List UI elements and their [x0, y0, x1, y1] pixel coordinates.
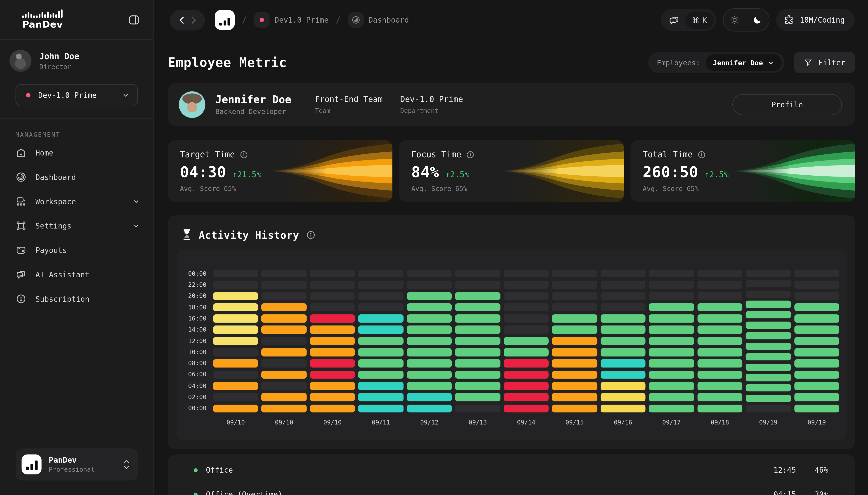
heatmap-cell[interactable] — [358, 290, 404, 302]
heatmap-cell[interactable] — [213, 290, 258, 302]
heatmap-cell[interactable] — [407, 369, 452, 380]
workspace-switcher[interactable]: PanDev Professional — [16, 448, 138, 480]
info-icon[interactable] — [466, 150, 475, 159]
heatmap-cell[interactable] — [746, 372, 791, 383]
heatmap-cell[interactable] — [455, 380, 500, 392]
heatmap-cell[interactable] — [697, 369, 743, 380]
heatmap-cell[interactable] — [600, 380, 646, 392]
heatmap-cell[interactable] — [407, 302, 452, 313]
heatmap-cell[interactable] — [746, 404, 791, 414]
heatmap-cell[interactable] — [746, 289, 791, 299]
sidebar-item-home[interactable]: Home — [0, 141, 153, 165]
heatmap-cell[interactable] — [455, 268, 500, 279]
heatmap-cell[interactable] — [504, 380, 549, 392]
heatmap-cell[interactable] — [407, 336, 452, 347]
heatmap-cell[interactable] — [552, 268, 597, 279]
heatmap-cell[interactable] — [407, 268, 452, 279]
heatmap-cell[interactable] — [504, 313, 549, 324]
heatmap-cell[interactable] — [649, 324, 694, 336]
heatmap-cell[interactable] — [261, 403, 307, 414]
sidebar-item-payouts[interactable]: Payouts — [0, 238, 153, 262]
heatmap-cell[interactable] — [697, 403, 743, 414]
heatmap-cell[interactable] — [600, 313, 646, 324]
heatmap-cell[interactable] — [310, 290, 355, 302]
heatmap-cell[interactable] — [310, 279, 355, 290]
filter-button[interactable]: Filter — [794, 52, 855, 73]
heatmap-cell[interactable] — [697, 380, 743, 392]
heatmap-cell[interactable] — [746, 268, 791, 278]
heatmap-cell[interactable] — [213, 392, 258, 403]
heatmap-cell[interactable] — [310, 380, 355, 392]
heatmap-cell[interactable] — [504, 324, 549, 336]
heatmap-cell[interactable] — [261, 324, 307, 336]
heatmap-cell[interactable] — [358, 358, 404, 369]
heatmap-cell[interactable] — [261, 268, 307, 279]
sidebar-item-settings[interactable]: Settings — [0, 214, 153, 238]
heatmap-cell[interactable] — [261, 358, 307, 369]
heatmap-cell[interactable] — [746, 341, 791, 352]
heatmap-cell[interactable] — [213, 268, 258, 279]
heatmap-cell[interactable] — [600, 268, 646, 279]
heatmap-cell[interactable] — [455, 324, 500, 336]
breadcrumb-page[interactable]: Dashboard — [348, 12, 409, 28]
heatmap-cell[interactable] — [552, 324, 597, 336]
heatmap-cell[interactable] — [600, 302, 646, 313]
heatmap-cell[interactable] — [358, 324, 404, 336]
heatmap-cell[interactable] — [261, 302, 307, 313]
heatmap-cell[interactable] — [358, 392, 404, 403]
sidebar-item-dashboard[interactable]: Dashboard — [0, 165, 153, 189]
heatmap-cell[interactable] — [697, 324, 743, 336]
heatmap-cell[interactable] — [600, 403, 646, 414]
breadcrumb-project[interactable]: Dev1.0 Prime — [254, 12, 329, 28]
heatmap-cell[interactable] — [552, 302, 597, 313]
heatmap-cell[interactable] — [310, 347, 355, 358]
heatmap-cell[interactable] — [600, 369, 646, 380]
sidebar-item-ai-assistant[interactable]: AI Assistant — [0, 262, 153, 287]
heatmap-cell[interactable] — [552, 369, 597, 380]
heatmap-cell[interactable] — [261, 313, 307, 324]
heatmap-cell[interactable] — [455, 392, 500, 403]
heatmap-cell[interactable] — [552, 313, 597, 324]
heatmap-cell[interactable] — [213, 380, 258, 392]
heatmap-cell[interactable] — [310, 313, 355, 324]
heatmap-cell[interactable] — [746, 310, 791, 320]
heatmap-cell[interactable] — [697, 358, 743, 369]
heatmap-cell[interactable] — [746, 362, 791, 372]
usage-quota-button[interactable]: 10M/Coding — [776, 9, 855, 31]
heatmap-cell[interactable] — [600, 290, 646, 302]
heatmap-cell[interactable] — [455, 347, 500, 358]
heatmap-cell[interactable] — [504, 403, 549, 414]
heatmap-cell[interactable] — [407, 403, 452, 414]
heatmap-cell[interactable] — [358, 302, 404, 313]
heatmap-cell[interactable] — [213, 336, 258, 347]
heatmap-cell[interactable] — [358, 380, 404, 392]
heatmap-cell[interactable] — [455, 313, 500, 324]
heatmap-cell[interactable] — [504, 302, 549, 313]
heatmap-cell[interactable] — [504, 268, 549, 279]
heatmap-cell[interactable] — [407, 380, 452, 392]
heatmap-cell[interactable] — [310, 369, 355, 380]
heatmap-cell[interactable] — [310, 392, 355, 403]
heatmap-cell[interactable] — [552, 336, 597, 347]
heatmap-cell[interactable] — [697, 313, 743, 324]
heatmap-cell[interactable] — [213, 302, 258, 313]
heatmap-cell[interactable] — [407, 358, 452, 369]
heatmap-cell[interactable] — [600, 279, 646, 290]
heatmap-cell[interactable] — [310, 268, 355, 279]
heatmap-cell[interactable] — [552, 290, 597, 302]
heatmap-cell[interactable] — [649, 403, 694, 414]
forward-icon[interactable] — [191, 16, 196, 24]
heatmap-cell[interactable] — [697, 347, 743, 358]
profile-button[interactable]: Profile — [732, 94, 842, 115]
heatmap-cell[interactable] — [455, 369, 500, 380]
heatmap-cell[interactable] — [213, 369, 258, 380]
heatmap-cell[interactable] — [697, 302, 743, 313]
heatmap-cell[interactable] — [358, 369, 404, 380]
heatmap-cell[interactable] — [407, 392, 452, 403]
heatmap-cell[interactable] — [794, 268, 839, 279]
heatmap-cell[interactable] — [358, 403, 404, 414]
info-icon[interactable] — [240, 150, 248, 159]
heatmap-cell[interactable] — [455, 279, 500, 290]
heatmap-cell[interactable] — [552, 279, 597, 290]
sidebar-user[interactable]: John Doe Director — [0, 40, 153, 75]
